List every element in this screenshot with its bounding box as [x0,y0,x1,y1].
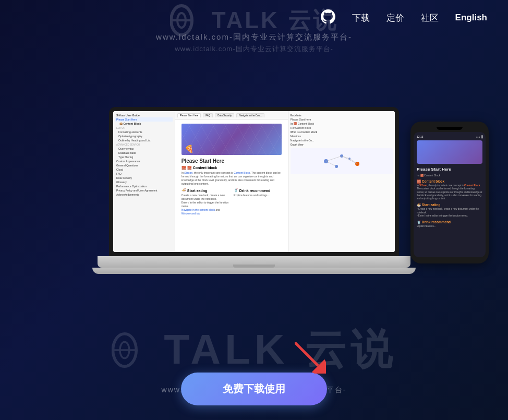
phone-drink-para: Explore features... [417,225,482,228]
sidebar-cloud: Cloud [115,167,173,172]
panel-mentions: Mentions [291,134,393,138]
app-tab-bar: Please Start Here FAQ Data Security Navi… [175,111,288,119]
laptop-bottom [92,268,416,274]
svg-line-12 [349,159,357,164]
sidebar-perf: Performance Optimization [115,184,173,188]
bottom-watermark: TALK 云说 [0,322,508,378]
phone-cover-image [417,140,482,164]
phone-frame: 12:13 ● ● ▐ Please Start Here Its 🧱 Cont… [410,122,489,263]
mini-graph [291,148,393,174]
phone-start-eating: 🍜 Start eating [417,202,482,208]
svg-line-17 [295,342,318,366]
sidebar-query: Query syntax [115,147,173,151]
panel-navigate: Navigate in the Co... [291,138,393,142]
tab-data-security[interactable]: Data Security [215,113,234,117]
laptop-screen-container: SiYuan User Guide Please Start Here 📦 Co… [109,107,399,256]
nav-community[interactable]: 社区 [421,12,439,24]
panel-item-ref1: Ref Current Block [291,126,393,130]
laptop-screen: SiYuan User Guide Please Start Here 📦 Co… [113,111,395,252]
app-main-title: Please Start Here [182,158,282,164]
svg-line-10 [326,161,336,166]
phone-screen: 12:13 ● ● ▐ Please Start Here Its 🧱 Cont… [414,132,486,257]
start-eating-para: Create a new notebook, create a new docu… [182,194,229,215]
phone-drink: 🥤 Drink recommend [417,219,482,225]
svg-line-11 [342,156,349,159]
red-arrow [295,342,326,376]
svg-line-8 [326,156,342,161]
app-content-area: 🍕 Please Start Here 🧱🧱 Content block In … [175,119,288,252]
drink-para: Explore features and settings... [234,194,282,197]
sidebar-faq: FAQ [115,172,173,176]
sidebar-type-filtering: Type filtering [115,155,173,159]
nav-pricing[interactable]: 定价 [386,12,404,24]
sidebar-outline: Outline by Heading and List [115,138,173,142]
bottom-logo-brand: TALK 云说 [164,322,396,378]
sidebar-please-start: Please Start Here [115,117,173,122]
navigation: 下载 定价 社区 English [321,9,487,26]
panel-item-2: Its 🧱 Content Block [291,122,393,126]
svg-point-13 [113,334,137,367]
svg-point-14 [120,342,129,358]
panel-item-1: Please Start Here [291,117,393,122]
laptop-mockup: SiYuan User Guide Please Start Here 📦 Co… [92,107,416,274]
sidebar-database: Database table [115,151,173,155]
sidebar-content-block: 📦 Content Block [115,122,173,126]
phone-title: Please Start Here [417,166,482,172]
sidebar-data-security: Data Security [115,176,173,180]
graph-section: Graph View [291,143,393,146]
sidebar-glossary: Glossary [115,180,173,184]
app-ui: SiYuan User Guide Please Start Here 📦 Co… [113,111,395,252]
sidebar-advanced: Advanced search [115,142,173,147]
sidebar-general: General Questions [115,163,173,167]
app-right-panel: Backlinks Please Start Here Its 🧱 Conten… [288,111,395,252]
phone-content-block: 🧱 Content block [417,178,482,184]
phone-content-para: In SiYuan, the only important core conce… [417,184,482,200]
github-link[interactable] [321,9,335,26]
tab-navigate1[interactable]: Navigate in the Con... [236,113,264,117]
sidebar-typography: Optimize typography [115,134,173,138]
svg-line-9 [342,156,357,164]
drink-heading: 🥤 Drink recommend [234,188,282,193]
app-sidebar: SiYuan User Guide Please Start Here 📦 Co… [113,111,175,252]
header: 下载 定价 社区 English [0,0,508,35]
phone-status-bar: 12:13 ● ● ▐ [417,135,482,138]
sidebar-formatting: Formatting elements [115,130,173,134]
laptop-base [98,256,410,268]
nav-download[interactable]: 下载 [352,12,370,24]
app-main: Please Start Here FAQ Data Security Navi… [175,111,288,252]
sidebar-user-guide: SiYuan User Guide [115,113,173,117]
sidebar-ack: Acknowledgements [115,193,173,197]
start-eating-heading: 🍜 Start eating [182,188,229,193]
download-button[interactable]: 免费下载使用 [181,373,327,405]
what-is-block: What is a Content Block [291,131,393,134]
cover-image: 🍕 [182,124,282,155]
tab-faq[interactable]: FAQ [203,113,213,117]
content-block-heading: 🧱🧱 Content block [182,166,282,170]
tab-please-start[interactable]: Please Start Here [177,113,201,117]
sidebar-privacy: Privacy Policy and User Agreement [115,188,173,193]
backlinks-section: Backlinks [291,114,393,117]
phone-start-para: • Create a new notebook, create a new do… [417,208,482,218]
nav-english[interactable]: English [455,13,487,23]
sidebar-editor-section: Editor [115,126,173,130]
phone-notch [437,127,463,130]
content-block-para: In SiYuan, the only important core conce… [182,171,282,186]
sidebar-custom: Custom Appearance [115,159,173,163]
phone-mockup: 12:13 ● ● ▐ Please Start Here Its 🧱 Cont… [410,122,489,263]
devices-area: SiYuan User Guide Please Start Here 📦 Co… [19,50,489,274]
